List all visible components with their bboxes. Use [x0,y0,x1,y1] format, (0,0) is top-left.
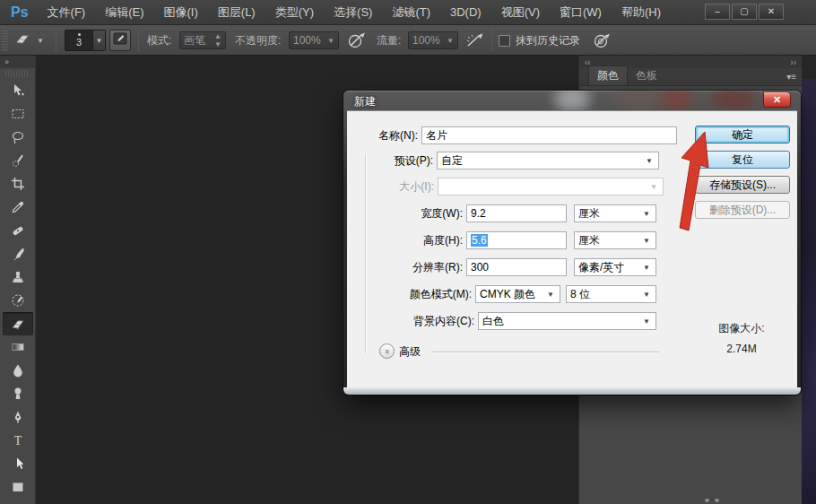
dialog-bottom-frame [343,387,801,395]
menu-view[interactable]: 视图(V) [491,0,550,25]
chevron-down-icon: ▼ [441,37,454,45]
height-input[interactable]: 5.6 [466,231,567,249]
panel-menu-icon[interactable]: ▾≡ [786,72,796,82]
toggle-brush-panel-button[interactable] [109,30,131,51]
tool-lasso[interactable] [3,126,33,149]
advanced-expander-button[interactable]: » [379,343,395,359]
chevron-down-icon: ▼ [37,37,44,45]
maximize-button[interactable]: ▢ [732,4,757,20]
chevron-down-icon: ▼ [650,183,659,191]
reset-button[interactable]: 复位 [695,151,790,169]
dodge-icon [11,387,25,401]
width-input[interactable] [466,204,567,222]
minimize-button[interactable]: – [705,4,730,20]
chevron-down-icon: ▼ [322,37,334,45]
advanced-label: 高级 [399,343,435,361]
mode-dropdown[interactable]: 画笔▲▼ [179,31,226,49]
menu-edit[interactable]: 编辑(E) [95,0,153,25]
save-preset-button[interactable]: 存储预设(S)... [695,176,790,194]
history-brush-icon [11,293,25,308]
brush-size-dropdown-arrow[interactable]: ▼ [93,30,106,51]
dialog-close-button[interactable]: ✕ [763,91,791,108]
menu-select[interactable]: 选择(S) [324,0,382,25]
tool-path-selection[interactable] [3,452,33,475]
color-mode-dropdown[interactable]: CMYK 颜色▼ [475,285,560,303]
tool-blur[interactable] [3,359,33,382]
tool-move[interactable] [3,79,33,102]
tool-gradient[interactable] [3,335,33,359]
tools-collapse-chevron[interactable]: ›› [0,56,35,68]
menu-3d[interactable]: 3D(D) [440,0,491,25]
tool-crop[interactable] [3,172,33,196]
color-mode-label: 颜色模式(M): [352,285,472,303]
name-input[interactable] [421,126,677,144]
options-bar-grip[interactable] [2,30,8,50]
menu-layer[interactable]: 图层(L) [208,0,265,25]
tool-rectangle[interactable] [3,475,33,499]
tool-clone-stamp[interactable] [3,265,33,289]
brush-tip-dot [78,33,81,36]
menu-window[interactable]: 窗口(W) [550,0,612,25]
opacity-dropdown[interactable]: 100%▼ [289,31,339,49]
erase-to-history-label: 抹到历史记录 [516,33,580,48]
background-contents-dropdown[interactable]: 白色▼ [478,312,656,330]
tools-grip[interactable] [5,70,30,77]
window-controls: – ▢ ✕ [705,4,784,20]
height-label: 高度(H): [352,231,463,249]
resolution-input[interactable] [466,258,567,276]
bit-depth-dropdown[interactable]: 8 位▼ [566,285,656,303]
resolution-unit-dropdown[interactable]: 像素/英寸▼ [574,258,656,276]
window-close-button[interactable]: ✕ [759,4,784,20]
tool-spot-healing-brush[interactable] [3,219,33,242]
flow-dropdown[interactable]: 100%▼ [408,31,458,49]
erase-to-history-option[interactable]: 抹到历史记录 [499,25,580,56]
tablet-pressure-icon[interactable] [592,25,612,56]
rectangle-icon [11,480,25,494]
airbrush-icon[interactable] [464,25,486,56]
tool-quick-selection[interactable] [3,149,33,172]
rectangular-marquee-icon [11,107,25,121]
brush-size-preview: 3 [65,30,93,51]
preset-dropdown[interactable]: 自定▼ [437,152,659,169]
tool-preset-picker[interactable]: ▼ [14,25,44,56]
tool-pen[interactable] [3,405,33,429]
tab-color[interactable]: 颜色 [588,65,628,85]
width-label: 宽度(W): [352,204,463,222]
size-label: 大小(I): [352,178,434,196]
tool-brush[interactable] [3,242,33,265]
menu-image[interactable]: 图像(I) [154,0,208,25]
image-size-value: 2.74M [679,343,804,355]
tool-eraser[interactable] [3,312,33,335]
tab-swatches[interactable]: 色板 [628,66,665,85]
updown-arrows-icon: ▲▼ [209,32,221,48]
tool-rectangular-marquee[interactable] [3,102,33,126]
menu-help[interactable]: 帮助(H) [612,0,671,25]
crop-icon [11,177,25,191]
chevron-down-icon: ▼ [643,264,652,272]
ok-button[interactable]: 确定 [695,126,790,143]
tool-dodge[interactable] [3,382,33,405]
tool-type[interactable]: T [3,429,33,452]
hidden-panel-dots [705,499,719,502]
tools-panel: ›› T [0,56,36,504]
tool-eyedropper[interactable] [3,196,33,219]
chevron-down-icon: ▼ [643,210,652,218]
delete-preset-button: 删除预设(D)... [695,201,790,219]
dialog-titlebar[interactable] [343,91,801,110]
chevron-down-icon: ▼ [547,291,556,299]
erase-to-history-checkbox[interactable] [499,35,510,47]
brush-icon [11,247,25,261]
main-menu: 文件(F)编辑(E)图像(I)图层(L)类型(Y)选择(S)滤镜(T)3D(D)… [38,0,671,25]
size-dropdown: ▼ [438,178,664,196]
flow-label: 流量: [377,25,401,56]
pressure-opacity-icon[interactable] [346,25,366,56]
menu-type[interactable]: 类型(Y) [265,0,324,25]
height-unit-dropdown[interactable]: 厘米▼ [574,231,656,249]
brush-size-widget[interactable]: 3 ▼ [65,25,106,56]
menu-filter[interactable]: 滤镜(T) [382,0,440,25]
resolution-label: 分辨率(R): [352,258,463,276]
width-unit-dropdown[interactable]: 厘米▼ [574,204,656,222]
tool-history-brush[interactable] [3,289,33,312]
menu-file[interactable]: 文件(F) [38,0,96,25]
dock-collapse-right-icon[interactable]: ›› [790,57,796,67]
